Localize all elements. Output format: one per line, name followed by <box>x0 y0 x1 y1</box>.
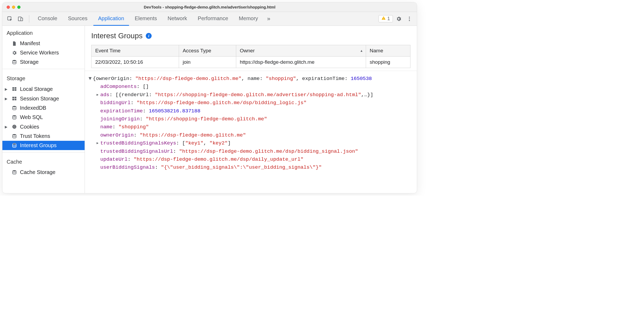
tab-console[interactable]: Console <box>33 12 62 26</box>
close-window-icon[interactable] <box>7 6 10 9</box>
prop-adcomponents[interactable]: adComponents: [] <box>88 83 414 91</box>
issues-count: 1 <box>387 16 390 22</box>
more-tabs-icon[interactable]: » <box>264 14 273 24</box>
prop-trustedbiddingsignalsurl[interactable]: trustedBiddingSignalsUrl: "https://dsp-f… <box>88 147 414 155</box>
chevron-right-icon[interactable]: ▸ <box>5 86 8 92</box>
sidebar-item-service-workers[interactable]: Service Workers <box>2 48 85 57</box>
info-icon[interactable]: i <box>146 33 152 39</box>
devtools-window: DevTools - shopping-fledge-demo.glitch.m… <box>2 2 417 193</box>
prop-userbiddingsignals[interactable]: userBiddingSignals: "{\"user_bidding_sig… <box>88 163 414 171</box>
tab-network[interactable]: Network <box>163 12 192 26</box>
sidebar-item-label: Cache Storage <box>20 169 55 175</box>
tab-sources[interactable]: Sources <box>63 12 92 26</box>
sidebar-item-label: Session Storage <box>20 96 59 102</box>
sidebar-item-cookies[interactable]: ▸Cookies <box>2 122 85 131</box>
sidebar-item-label: Interest Groups <box>20 142 57 148</box>
settings-icon[interactable] <box>394 14 404 24</box>
prop-trustedbiddingsignalskeys[interactable]: ▸trustedBiddingSignalsKeys: ["key1", "ke… <box>88 139 414 147</box>
prop-ownerorigin[interactable]: ownerOrigin: "https://dsp-fledge-demo.gl… <box>88 131 414 139</box>
interest-groups-table: Event TimeAccess TypeOwner▲Name 22/03/20… <box>91 45 410 68</box>
devtools-toolbar: ConsoleSourcesApplicationElementsNetwork… <box>2 12 417 26</box>
col-name[interactable]: Name <box>366 45 410 57</box>
sidebar-item-label: Web SQL <box>20 114 43 120</box>
svg-rect-12 <box>15 89 16 91</box>
issues-warning-pill[interactable]: 1 <box>379 15 393 22</box>
chevron-right-icon[interactable]: ▸ <box>5 124 8 130</box>
disclosure-down-icon[interactable]: ▼ <box>89 75 93 83</box>
db-icon <box>11 143 17 148</box>
svg-point-7 <box>409 20 410 21</box>
disclosure-right-icon[interactable]: ▸ <box>96 91 100 99</box>
grid-icon <box>11 86 17 92</box>
sidebar-item-indexeddb[interactable]: IndexedDB <box>2 103 85 113</box>
tab-elements[interactable]: Elements <box>130 12 162 26</box>
device-toolbar-icon[interactable] <box>16 14 25 24</box>
inspect-element-icon[interactable] <box>5 14 15 24</box>
col-event-time[interactable]: Event Time <box>92 45 179 57</box>
window-title: DevTools - shopping-fledge-demo.glitch.m… <box>2 5 417 9</box>
tab-memory[interactable]: Memory <box>234 12 263 26</box>
prop-updateurl[interactable]: updateUrl: "https://dsp-fledge-demo.glit… <box>88 155 414 163</box>
svg-point-18 <box>13 115 16 116</box>
sidebar-item-session-storage[interactable]: ▸Session Storage <box>2 94 85 103</box>
db-icon <box>11 169 17 175</box>
sidebar-item-trust-tokens[interactable]: Trust Tokens <box>2 131 85 141</box>
col-owner[interactable]: Owner▲ <box>236 45 366 57</box>
sidebar-section-cache: Cache <box>2 155 85 168</box>
prop-biddingurl[interactable]: biddingUrl: "https://dsp-fledge-demo.gli… <box>88 99 414 107</box>
svg-point-5 <box>409 16 410 18</box>
svg-point-8 <box>13 60 16 61</box>
sidebar-item-label: Service Workers <box>20 50 59 56</box>
prop-joiningorigin[interactable]: joiningOrigin: "https://shopping-fledge-… <box>88 115 414 123</box>
sidebar-item-storage[interactable]: Storage <box>2 57 85 67</box>
sidebar-item-label: Local Storage <box>20 86 53 92</box>
minimize-window-icon[interactable] <box>12 6 15 9</box>
kebab-menu-icon[interactable] <box>405 14 414 24</box>
table-cell: 22/03/2022, 10:50:16 <box>92 57 179 68</box>
prop-name[interactable]: name: "shopping" <box>88 123 414 131</box>
sidebar-item-label: Storage <box>20 59 39 65</box>
table-cell: shopping <box>366 57 410 68</box>
svg-rect-11 <box>13 89 14 91</box>
svg-point-19 <box>13 125 16 129</box>
table-cell: https://dsp-fledge-demo.glitch.me <box>236 57 366 68</box>
svg-point-23 <box>14 127 14 128</box>
object-viewer[interactable]: ▼{ownerOrigin: "https://dsp-fledge-demo.… <box>85 71 417 193</box>
svg-rect-10 <box>15 87 16 89</box>
sidebar-item-manifest[interactable]: Manifest <box>2 39 85 48</box>
svg-rect-15 <box>13 99 14 100</box>
svg-point-6 <box>409 18 410 19</box>
svg-rect-9 <box>13 87 14 89</box>
table-cell: join <box>179 57 236 68</box>
table-row[interactable]: 22/03/2022, 10:50:16joinhttps://dsp-fled… <box>92 57 410 68</box>
zoom-window-icon[interactable] <box>17 6 20 9</box>
sidebar-item-interest-groups[interactable]: Interest Groups <box>2 141 85 150</box>
object-summary-row[interactable]: ▼{ownerOrigin: "https://dsp-fledge-demo.… <box>88 75 414 83</box>
svg-point-25 <box>13 143 16 144</box>
svg-rect-14 <box>15 97 16 98</box>
prop-expirationtime[interactable]: expirationTime: 1650538216.837188 <box>88 107 414 115</box>
separator <box>29 15 29 23</box>
sidebar-item-local-storage[interactable]: ▸Local Storage <box>2 84 85 94</box>
prop-ads[interactable]: ▸ads: [{renderUrl: "https://shopping-fle… <box>88 91 414 99</box>
tab-performance[interactable]: Performance <box>193 12 233 26</box>
sidebar-item-label: Manifest <box>20 40 40 46</box>
warning-icon <box>381 16 386 22</box>
main-panel: Interest Groups i Event TimeAccess TypeO… <box>85 26 417 193</box>
disclosure-right-icon[interactable]: ▸ <box>96 139 100 147</box>
separator <box>2 69 85 69</box>
sidebar-item-cache-storage[interactable]: Cache Storage <box>2 168 85 177</box>
chevron-right-icon[interactable]: ▸ <box>5 95 8 102</box>
svg-point-26 <box>13 170 16 171</box>
tab-application[interactable]: Application <box>93 12 129 26</box>
sidebar-item-web-sql[interactable]: Web SQL <box>2 113 85 122</box>
sidebar-section-application: Application <box>2 26 85 39</box>
col-access-type[interactable]: Access Type <box>179 45 236 57</box>
db-icon <box>11 133 17 139</box>
application-sidebar: ApplicationManifestService WorkersStorag… <box>2 26 85 193</box>
svg-rect-3 <box>383 18 384 19</box>
svg-rect-16 <box>15 99 16 100</box>
cookie-icon <box>11 124 17 130</box>
svg-point-17 <box>13 106 16 107</box>
sidebar-item-label: Cookies <box>20 124 39 130</box>
